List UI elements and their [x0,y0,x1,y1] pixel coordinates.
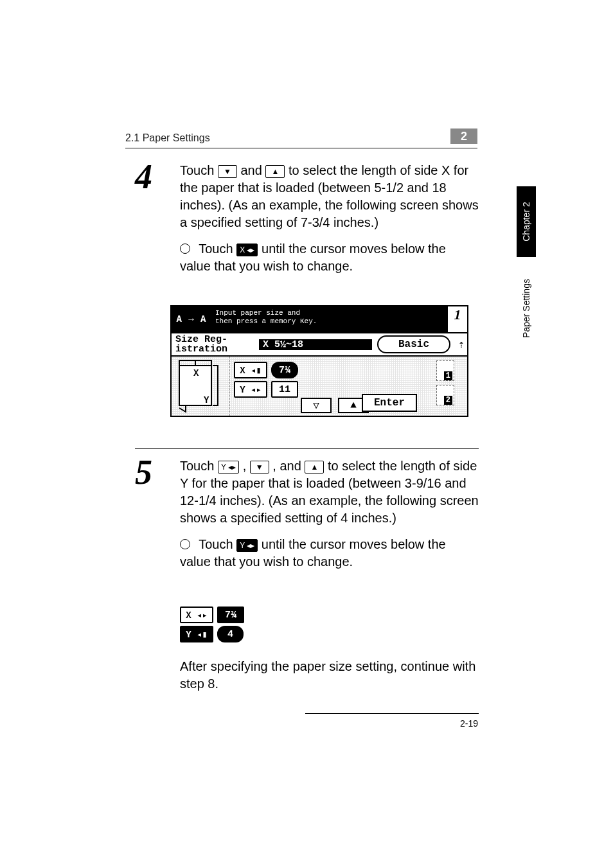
basic-button[interactable]: Basic [377,335,450,353]
step4-body: Touch ▼ and ▲ to select the length of si… [180,162,479,231]
header-rule [125,148,477,148]
slot-2-number: 2 [444,396,452,405]
size-reg-1: Size Reg- [175,335,259,344]
chapter-badge: 2 [450,128,477,144]
section-header: 2.1 Paper Settings [125,132,210,144]
y-field-value: 11 [271,381,298,398]
size-reg-2: istration [175,344,259,354]
panel-message-2: then press a memory Key. [215,317,443,326]
step-number-5: 5 [135,452,152,492]
paper-diagram: X Y [172,357,230,416]
x-field-label[interactable]: X ◂▮ [234,362,267,378]
copier-screen: A → A Input paper size and then press a … [170,305,468,417]
panel-message: Input paper size and then press a memory… [211,306,447,332]
mini-y-value: 4 [217,626,244,642]
step-number-4: 4 [135,157,152,197]
x-range: X 5½~18 [259,339,372,350]
down-arrow-icon[interactable]: ▼ [218,165,237,178]
mini-x-value: 7¾ [217,607,244,623]
y-field-label[interactable]: Y ◂▸ [234,381,267,398]
panel-message-1: Input paper size and [215,309,443,317]
step4-sub: Touch X ◂▸ until the cursor moves below … [180,240,479,275]
y-cursor-icon[interactable]: Y ◂▸ [218,461,239,474]
side-tab-chapter: Chapter 2 [517,186,536,257]
size-registration-label: Size Reg- istration [172,335,259,354]
step4-text-a: Touch [180,163,218,177]
bullet-icon-2 [180,539,190,549]
up-arrow-icon[interactable]: ▲ [265,165,285,178]
mini-y-label[interactable]: Y ◂▮ [180,626,213,642]
step5-text-b: , [243,459,250,473]
mini-x-label[interactable]: X ◂▸ [180,607,213,623]
bullet-icon [180,244,190,254]
x-field-value: 7¾ [271,362,298,378]
step5-text-c: , and [272,459,305,473]
scroll-up-icon[interactable]: ⇡ [456,338,467,351]
mini-xy-display: X ◂▸ 7¾ Y ◂▮ 4 [180,604,276,645]
step5-sub-a: Touch [199,537,236,551]
step5-sub: Touch Y ◂▸ until the cursor moves below … [180,536,479,571]
page-number: 2-19 [460,718,478,729]
side-tab-section-label: Paper Settings [521,279,531,338]
step5-body: Touch Y ◂▸ , ▼ , and ▲ to select the len… [180,457,479,527]
y-cursor-dark-icon[interactable]: Y ◂▸ [236,539,258,552]
memory-slot-2[interactable]: 2 [436,385,454,405]
mode-ablock: A → A [172,306,211,332]
x-cursor-icon[interactable]: X ◂▸ [236,244,258,256]
side-tab-chapter-label: Chapter 2 [521,202,531,241]
up-arrow-icon-2[interactable]: ▲ [305,461,324,474]
after-text: After specifying the paper size setting,… [180,658,479,693]
step4-text-b: and [241,163,266,177]
footer-rule [305,713,479,714]
side-tab-section: Paper Settings [517,270,536,347]
svg-text:Y: Y [204,395,209,405]
step5-text-a: Touch [180,459,218,473]
panel-page: 1 [447,306,467,332]
memory-slot-1[interactable]: 1 [436,360,454,381]
down-arrow-icon-2[interactable]: ▼ [250,461,269,474]
svg-text:X: X [193,368,199,378]
enter-button[interactable]: Enter [362,394,417,412]
step-divider [135,448,479,449]
panel-down-button[interactable]: ▽ [301,398,332,413]
step4-sub-a: Touch [199,242,236,256]
slot-1-number: 1 [444,371,452,380]
